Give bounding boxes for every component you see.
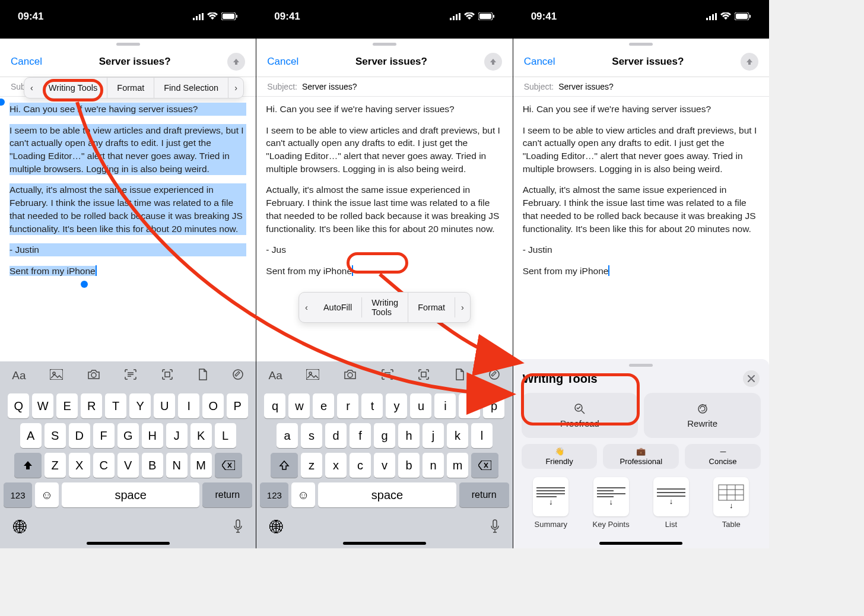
key-b[interactable]: b — [398, 453, 420, 478]
home-indicator[interactable] — [599, 542, 682, 545]
key-z[interactable]: Z — [45, 453, 66, 478]
key-h[interactable]: H — [142, 423, 163, 448]
camera-icon[interactable] — [87, 369, 100, 383]
menu-next-icon[interactable]: › — [228, 78, 243, 98]
backspace-key[interactable] — [215, 453, 242, 478]
key-points-option[interactable]: ↓ Key Points — [585, 477, 637, 529]
key-a[interactable]: a — [277, 423, 298, 448]
shift-key[interactable] — [14, 453, 42, 478]
home-indicator[interactable] — [87, 542, 170, 545]
key-n[interactable]: n — [423, 453, 444, 478]
dictation-icon[interactable] — [490, 519, 500, 536]
numeric-key[interactable]: 123 — [4, 482, 32, 507]
email-body[interactable]: Hi. Can you see if we're having server i… — [513, 97, 769, 359]
key-j[interactable]: J — [166, 423, 188, 448]
list-option[interactable]: ↓ List — [645, 477, 697, 529]
key-j[interactable]: j — [423, 423, 444, 448]
key-w[interactable]: W — [32, 393, 53, 418]
cancel-button[interactable]: Cancel — [267, 56, 298, 68]
key-d[interactable]: d — [325, 423, 347, 448]
subject-row[interactable]: Subject: Server issues? — [256, 77, 512, 97]
emoji-key[interactable]: ☺ — [291, 482, 315, 507]
send-button[interactable] — [484, 53, 502, 71]
key-r[interactable]: R — [81, 393, 102, 418]
key-z[interactable]: z — [301, 453, 322, 478]
return-key[interactable]: return — [202, 482, 252, 507]
menu-item-format[interactable]: Format — [408, 297, 455, 317]
menu-item-autofill[interactable]: AutoFill — [314, 297, 362, 317]
rewrite-button[interactable]: Rewrite — [644, 393, 761, 438]
key-k[interactable]: k — [447, 423, 468, 448]
key-l[interactable]: L — [215, 423, 236, 448]
close-button[interactable] — [743, 370, 760, 387]
scan-text-icon[interactable] — [124, 369, 137, 383]
key-n[interactable]: N — [166, 453, 188, 478]
key-s[interactable]: s — [301, 423, 322, 448]
friendly-button[interactable]: 👋 Friendly — [522, 444, 598, 469]
sheet-handle[interactable] — [0, 39, 256, 49]
key-g[interactable]: G — [117, 423, 139, 448]
key-k[interactable]: K — [190, 423, 212, 448]
cancel-button[interactable]: Cancel — [524, 56, 555, 68]
space-key[interactable]: space — [62, 482, 199, 507]
return-key[interactable]: return — [459, 482, 509, 507]
subject-row[interactable]: Subject: Server issues? — [513, 77, 769, 97]
key-o[interactable]: O — [202, 393, 224, 418]
key-e[interactable]: E — [56, 393, 78, 418]
shift-key[interactable] — [271, 453, 298, 478]
key-m[interactable]: m — [447, 453, 468, 478]
key-c[interactable]: C — [93, 453, 115, 478]
globe-icon[interactable]: 🌐︎ — [13, 519, 27, 536]
key-p[interactable]: P — [227, 393, 248, 418]
key-v[interactable]: v — [374, 453, 395, 478]
key-b[interactable]: B — [142, 453, 163, 478]
key-t[interactable]: T — [105, 393, 126, 418]
key-g[interactable]: g — [374, 423, 395, 448]
key-i[interactable]: i — [434, 393, 456, 418]
key-l[interactable]: l — [471, 423, 493, 448]
key-h[interactable]: h — [398, 423, 420, 448]
menu-item-find-selection[interactable]: Find Selection — [154, 78, 228, 98]
key-c[interactable]: c — [350, 453, 371, 478]
attachment-icon[interactable] — [454, 368, 465, 384]
selection-end-handle[interactable] — [81, 281, 88, 288]
key-x[interactable]: X — [69, 453, 90, 478]
send-button[interactable] — [227, 53, 245, 71]
key-m[interactable]: M — [190, 453, 212, 478]
text-format-icon[interactable]: Aa — [12, 369, 26, 382]
emoji-key[interactable]: ☺ — [35, 482, 59, 507]
key-p[interactable]: p — [483, 393, 504, 418]
menu-next-icon[interactable]: › — [455, 297, 470, 317]
proofread-button[interactable]: Proofread — [522, 393, 639, 438]
cancel-button[interactable]: Cancel — [11, 56, 42, 68]
markup-icon[interactable] — [488, 369, 500, 383]
key-f[interactable]: F — [93, 423, 115, 448]
home-indicator[interactable] — [343, 542, 426, 545]
menu-item-writing-tools[interactable]: Writing Tools — [362, 293, 408, 322]
menu-prev-icon[interactable]: ‹ — [24, 78, 39, 98]
summary-option[interactable]: ↓ Summary — [525, 477, 577, 529]
space-key[interactable]: space — [318, 482, 456, 507]
markup-icon[interactable] — [232, 369, 244, 383]
key-x[interactable]: x — [325, 453, 347, 478]
key-u[interactable]: u — [410, 393, 431, 418]
email-body[interactable]: Hi. Can you see if we're having server i… — [0, 97, 256, 361]
scan-document-icon[interactable] — [161, 369, 173, 383]
menu-item-writing-tools[interactable]: Writing Tools — [39, 78, 107, 98]
concise-button[interactable]: ⸺ Concise — [685, 444, 761, 469]
keyboard[interactable]: QWERTYUIOP ASDFGHJKL ZXCVBNM 123 ☺ space… — [0, 390, 256, 515]
sheet-handle[interactable] — [256, 39, 512, 49]
key-y[interactable]: y — [386, 393, 407, 418]
globe-icon[interactable]: 🌐︎ — [269, 519, 284, 536]
key-y[interactable]: Y — [129, 393, 151, 418]
key-q[interactable]: Q — [8, 393, 29, 418]
key-d[interactable]: D — [69, 423, 90, 448]
menu-item-format[interactable]: Format — [107, 78, 154, 98]
scan-text-icon[interactable] — [381, 369, 394, 383]
key-o[interactable]: o — [459, 393, 480, 418]
attachment-icon[interactable] — [197, 368, 208, 384]
dictation-icon[interactable] — [233, 519, 243, 536]
key-q[interactable]: q — [264, 393, 285, 418]
professional-button[interactable]: 💼 Professional — [603, 444, 679, 469]
camera-icon[interactable] — [344, 369, 357, 383]
